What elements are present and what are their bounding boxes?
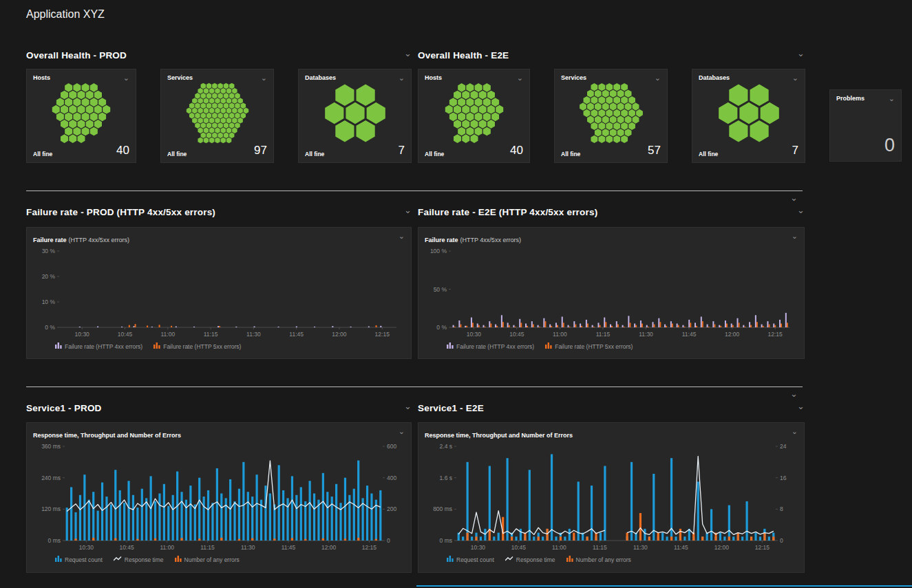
svg-text:10 %: 10 %: [42, 298, 56, 305]
legend-item[interactable]: Failure rate (HTTP 4xx errors): [447, 342, 534, 350]
tile-title: Hosts: [425, 74, 442, 81]
svg-text:100 %: 100 %: [430, 248, 447, 254]
section-header-failure-e2e: Failure rate - E2E (HTTP 4xx/5xx errors)…: [418, 207, 805, 219]
legend-label: Failure rate (HTTP 5xx errors): [555, 343, 633, 350]
legend-label: Failure rate (HTTP 5xx errors): [163, 343, 241, 350]
chevron-down-icon[interactable]: ⌄: [797, 403, 805, 410]
section-title: Overall Health - PROD: [26, 50, 127, 61]
svg-text:16: 16: [780, 475, 787, 481]
chart-tile-service-e2e: Response time, Throughput and Number of …: [418, 422, 805, 573]
chevron-down-icon[interactable]: ⌄: [404, 403, 412, 410]
svg-text:10:30: 10:30: [467, 331, 482, 338]
chevron-down-icon[interactable]: ⌄: [399, 232, 405, 239]
health-tile-hosts-prod[interactable]: Hosts ⌄ All fine 40: [26, 69, 136, 163]
problems-tile[interactable]: Problems ⌄ 0: [829, 89, 902, 162]
tile-title: Problems: [836, 95, 865, 102]
chevron-down-icon[interactable]: ⌄: [792, 428, 798, 435]
svg-text:10:30: 10:30: [79, 544, 94, 551]
legend-item[interactable]: Response time: [114, 556, 164, 563]
legend-item[interactable]: Failure rate (HTTP 5xx errors): [153, 342, 241, 350]
legend-item[interactable]: Response time: [505, 556, 555, 563]
failure-rate-chart-prod[interactable]: 30 %20 %10 %0 %10:3010:4511:0011:1511:30…: [33, 245, 405, 340]
bar-series-icon: [566, 556, 573, 563]
chevron-down-icon[interactable]: ⌄: [889, 95, 895, 102]
chevron-down-icon[interactable]: ⌄: [792, 232, 798, 239]
chart-tile-failure-e2e: Failure rate(HTTP 4xx/5xx errors) ⌄ 100 …: [418, 227, 805, 359]
chevron-down-icon[interactable]: ⌄: [792, 74, 798, 81]
tile-title: Hosts: [33, 74, 50, 81]
chevron-down-icon[interactable]: ⌄: [517, 74, 523, 81]
health-tile-hosts-e2e[interactable]: Hosts ⌄ All fine 40: [418, 69, 530, 163]
svg-text:50 %: 50 %: [434, 286, 447, 293]
status-label: All fine: [305, 151, 324, 157]
legend-item[interactable]: Failure rate (HTTP 5xx errors): [545, 342, 633, 350]
entity-count: 40: [510, 144, 523, 157]
hexagon-grid: [433, 83, 516, 144]
chart-title: Failure rate: [33, 237, 67, 243]
section-title: Overall Health - E2E: [418, 50, 509, 61]
chevron-down-icon[interactable]: ⌄: [655, 74, 661, 81]
svg-text:11:15: 11:15: [204, 331, 218, 338]
failure-rate-chart-e2e[interactable]: 100 %50 %0 %10:3010:4511:0011:1511:3011:…: [425, 245, 798, 340]
chevron-down-icon[interactable]: ⌄: [797, 207, 805, 214]
legend-item[interactable]: Failure rate (HTTP 4xx errors): [55, 342, 142, 350]
health-tile-databases-e2e[interactable]: Databases ⌄ All fine 7: [692, 69, 805, 163]
page-title: Application XYZ: [26, 8, 105, 21]
section-header-health-prod: Overall Health - PROD ⌄: [26, 50, 412, 63]
svg-text:11:45: 11:45: [674, 544, 688, 551]
legend-item[interactable]: Number of any errors: [566, 556, 631, 563]
svg-text:8: 8: [780, 505, 783, 512]
tile-title: Databases: [699, 74, 730, 81]
svg-text:200: 200: [387, 505, 396, 512]
chart-legend: Failure rate (HTTP 4xx errors)Failure ra…: [55, 342, 405, 350]
svg-text:0: 0: [387, 537, 390, 544]
chart-title: Response time, Throughput and Number of …: [33, 432, 181, 439]
legend-label: Failure rate (HTTP 4xx errors): [65, 343, 142, 350]
health-tile-databases-prod[interactable]: Databases ⌄ All fine 7: [298, 69, 412, 163]
svg-text:10:30: 10:30: [471, 544, 486, 551]
svg-text:12:15: 12:15: [755, 544, 770, 551]
svg-text:120 ms: 120 ms: [41, 505, 61, 512]
status-label: All fine: [699, 151, 718, 157]
chevron-down-icon[interactable]: ⌄: [399, 74, 405, 81]
legend-label: Number of any errors: [576, 556, 631, 563]
line-series-icon: [505, 556, 513, 563]
service-metrics-chart-e2e[interactable]: 2.4 s1.6 s800 ms0 ms24168010:3010:4511:0…: [425, 440, 798, 553]
health-tile-services-prod[interactable]: Services ⌄ All fine 97: [160, 69, 274, 163]
section-header-health-e2e: Overall Health - E2E ⌄: [418, 50, 805, 63]
chevron-down-icon[interactable]: ⌄: [404, 207, 412, 214]
chevron-down-icon[interactable]: ⌄: [261, 74, 267, 81]
section-header-service-prod: Service1 - PROD ⌄: [26, 403, 412, 415]
svg-text:240 ms: 240 ms: [41, 475, 61, 481]
chart-title-suffix: (HTTP 4xx/5xx errors): [69, 237, 129, 243]
entity-count: 57: [648, 144, 661, 157]
legend-item[interactable]: Number of any errors: [175, 556, 240, 563]
svg-text:11:30: 11:30: [633, 544, 648, 551]
health-tile-services-e2e[interactable]: Services ⌄ All fine 57: [554, 69, 668, 163]
legend-item[interactable]: Request count: [55, 556, 103, 563]
service-metrics-chart-prod[interactable]: 360 ms240 ms120 ms0 ms600400200010:3010:…: [33, 440, 405, 553]
chevron-down-icon[interactable]: ⌄: [790, 193, 798, 203]
chevron-down-icon[interactable]: ⌄: [797, 50, 805, 57]
chart-legend: Request countResponse timeNumber of any …: [55, 556, 405, 563]
next-row-accent-line: [416, 585, 912, 587]
chevron-down-icon[interactable]: ⌄: [790, 389, 798, 399]
svg-text:20 %: 20 %: [42, 273, 56, 280]
svg-text:11:00: 11:00: [160, 331, 175, 338]
legend-item[interactable]: Request count: [447, 556, 494, 563]
bar-series-icon: [153, 342, 160, 350]
entity-count: 97: [254, 144, 267, 157]
svg-text:11:00: 11:00: [160, 544, 174, 551]
chevron-down-icon[interactable]: ⌄: [123, 74, 129, 81]
svg-text:0 %: 0 %: [436, 324, 447, 331]
bar-series-icon: [55, 556, 62, 563]
svg-text:360 ms: 360 ms: [41, 443, 61, 450]
section-title: Service1 - E2E: [418, 403, 484, 413]
svg-text:11:45: 11:45: [282, 544, 296, 551]
chevron-down-icon[interactable]: ⌄: [404, 50, 412, 57]
svg-text:11:15: 11:15: [200, 544, 215, 551]
bar-series-icon: [447, 342, 454, 350]
problems-count: 0: [836, 135, 895, 156]
section-divider: [26, 386, 803, 387]
chevron-down-icon[interactable]: ⌄: [399, 428, 405, 435]
